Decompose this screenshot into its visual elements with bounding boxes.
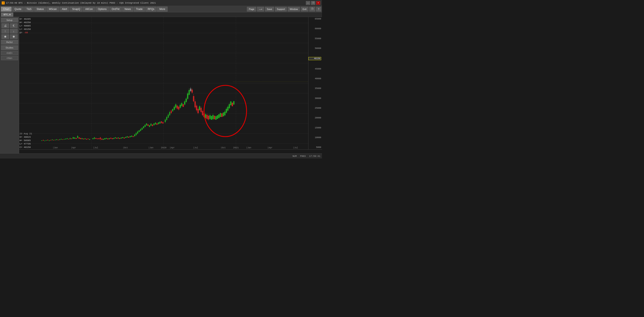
svg-rect-169	[215, 116, 216, 120]
tab-btcw[interactable]: BTC,W	[1, 12, 13, 17]
sort-up-button[interactable]: ↑	[2, 29, 9, 33]
page-button[interactable]: Page	[247, 7, 256, 11]
svg-rect-48	[86, 139, 87, 140]
dash-button[interactable]: —•	[257, 7, 264, 11]
svg-rect-79	[131, 136, 132, 137]
svg-rect-171	[218, 114, 220, 118]
menu-chart[interactable]: Chart	[1, 6, 12, 12]
sidebar-icon-row-2: ↑ ↓	[2, 29, 18, 33]
title-bar-left: ★ 17:59:40 BTC - Bitcoin (Globex), Weekl…	[2, 1, 156, 4]
print-button[interactable]: 🖨	[2, 23, 9, 28]
menu-status[interactable]: Status	[34, 6, 46, 12]
svg-text:|Jan: |Jan	[52, 147, 58, 149]
svg-rect-96	[150, 124, 152, 126]
svg-rect-32	[64, 139, 64, 140]
svg-rect-71	[119, 138, 120, 139]
svg-rect-165	[211, 116, 212, 120]
svg-rect-22	[49, 140, 50, 141]
svg-rect-97	[152, 124, 153, 126]
menu-quote[interactable]: Quote	[12, 6, 24, 12]
svg-rect-47	[85, 138, 86, 139]
chart-canvas[interactable]: O= 48205 H= 48250 L= 48085 L= 48150 Δ= -…	[19, 17, 308, 149]
low2-value: 48150	[24, 28, 31, 30]
cross-right-button[interactable]: ✱	[10, 34, 18, 39]
help-button[interactable]: ?	[316, 7, 321, 11]
svg-rect-59	[102, 139, 102, 140]
svg-rect-103	[161, 121, 162, 123]
sidebar: Setup 🖨 € ↑ ↓ ✱ ✱ ReScl Studies <IntD> <…	[0, 17, 19, 153]
p003-indicator: P003	[300, 155, 306, 157]
svg-rect-69	[116, 138, 117, 139]
num-indicator: NUM	[292, 155, 297, 157]
support-button[interactable]: Support	[275, 7, 287, 11]
menu-ordtkt[interactable]: OrdTkt	[110, 6, 122, 12]
svg-rect-20	[46, 140, 47, 141]
svg-rect-80	[132, 136, 134, 137]
menu-bar: Chart Quote T&S Status MScan Alert SnapQ…	[0, 6, 322, 12]
date-scale	[19, 149, 322, 153]
intd-button[interactable]: <IntD>	[1, 51, 18, 55]
bottom-open: 48815	[24, 136, 31, 138]
close-button[interactable]: ✕	[316, 1, 320, 5]
maximize-button[interactable]: ❐	[311, 1, 315, 5]
svg-rect-183	[230, 101, 232, 105]
svg-rect-36	[70, 138, 71, 139]
svg-rect-93	[146, 123, 147, 125]
menu-trade[interactable]: Trade	[134, 6, 145, 12]
minimize-button[interactable]: —	[306, 1, 310, 5]
svg-rect-24	[52, 139, 52, 140]
sidebar-icon-row-1: 🖨 €	[2, 23, 18, 28]
svg-rect-18	[43, 140, 44, 141]
svg-rect-46	[83, 139, 84, 139]
svg-text:|Apr: |Apr	[268, 147, 272, 149]
svg-text:|Jan: |Jan	[148, 147, 153, 149]
menu-mscan[interactable]: MScan	[46, 6, 59, 12]
status-bar-right: NUM P003 17:59:41	[292, 155, 320, 157]
svg-rect-61	[104, 138, 106, 139]
svg-text:|Oct: |Oct	[123, 147, 128, 149]
svg-rect-51	[92, 138, 94, 139]
restore-button[interactable]: ❐	[309, 7, 315, 11]
sort-down-button[interactable]: ↓	[10, 29, 18, 33]
svg-rect-92	[144, 125, 146, 127]
price-60000: 60000	[308, 27, 321, 30]
menu-allcon[interactable]: AllCon	[83, 6, 95, 12]
hist-button[interactable]: <Hist>	[1, 56, 18, 60]
svg-rect-62	[106, 138, 107, 139]
svg-rect-27	[56, 139, 57, 140]
title-bar-controls[interactable]: — ❐ ✕	[306, 1, 320, 5]
title-bar: ★ 17:59:40 BTC - Bitcoin (Globex), Weekl…	[0, 0, 322, 6]
svg-rect-72	[121, 138, 122, 139]
svg-rect-35	[68, 139, 69, 139]
menu-more[interactable]: More	[157, 6, 167, 12]
window-button[interactable]: Window	[288, 7, 300, 11]
menu-snapq[interactable]: SnapQ	[70, 6, 82, 12]
svg-rect-60	[103, 139, 104, 140]
svg-rect-67	[113, 138, 114, 139]
svg-rect-26	[55, 140, 56, 140]
menu-alert[interactable]: Alert	[60, 6, 70, 12]
studies-button[interactable]: Studies	[1, 45, 18, 50]
exit-button[interactable]: Exit	[301, 7, 308, 11]
svg-rect-70	[118, 138, 119, 139]
cross-left-button[interactable]: ✱	[2, 34, 9, 39]
setup-button[interactable]: Setup	[1, 18, 18, 22]
svg-rect-21	[47, 140, 48, 140]
chart-svg[interactable]: 2020 2021 |Jan |Apr |Jul |Oct |Jan |Apr …	[19, 17, 308, 149]
window-title: 17:59:40 BTC - Bitcoin (Globex), Weekly …	[6, 2, 156, 4]
svg-rect-19	[44, 140, 45, 141]
rescl-button[interactable]: ReScl	[1, 40, 18, 44]
save-button[interactable]: Save	[265, 7, 274, 11]
svg-rect-39	[74, 138, 75, 139]
svg-rect-172	[220, 113, 221, 117]
menu-news[interactable]: News	[122, 6, 133, 12]
price-30000: 30000	[308, 97, 321, 100]
menu-rfqs[interactable]: RFQs	[145, 6, 156, 12]
svg-rect-95	[149, 125, 150, 127]
currency-button[interactable]: €	[10, 23, 18, 28]
svg-rect-74	[124, 138, 125, 139]
high-value: 48250	[24, 21, 31, 24]
menu-options[interactable]: Options	[96, 6, 109, 12]
svg-text:|Oct: |Oct	[220, 147, 226, 149]
menu-ts[interactable]: T&S	[24, 6, 34, 12]
